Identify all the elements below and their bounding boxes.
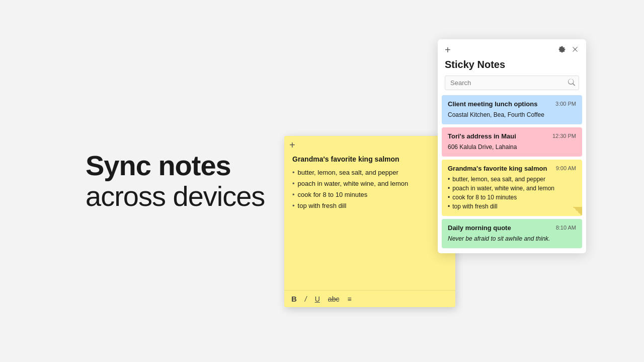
note-card-header: Client meeting lunch options3:00 PM: [448, 100, 576, 109]
list-item: poach in water, white wine, and lemon: [448, 184, 576, 193]
list-item: poach in water, white wine, and lemon: [292, 178, 447, 189]
list-button[interactable]: ≡: [347, 295, 351, 303]
note-card-header: Grandma's favorite king salmon9:00 AM: [448, 165, 576, 173]
sticky-note-toolbar: B / U abc ≡: [284, 290, 455, 307]
panel-add-button[interactable]: +: [445, 44, 451, 56]
underline-button[interactable]: U: [315, 295, 320, 303]
gear-icon: [558, 45, 566, 55]
note-card[interactable]: Tori's address in Maui12:30 PM606 Kalula…: [442, 127, 582, 157]
list-item: butter, lemon, sea salt, and pepper: [292, 167, 447, 178]
note-card-time: 9:00 AM: [556, 165, 576, 171]
note-card-title: Client meeting lunch options: [448, 100, 552, 109]
sticky-note-header: + ···: [284, 136, 455, 152]
hero-subtitle: across devices: [86, 181, 265, 212]
list-item: top with fresh dill: [448, 202, 576, 211]
note-card-time: 3:00 PM: [555, 101, 576, 107]
panel-header: +: [438, 39, 586, 59]
list-item: top with fresh dill: [292, 200, 447, 211]
close-button[interactable]: [571, 45, 579, 55]
close-icon: [571, 45, 579, 55]
sticky-notes-panel: + Sticky Notes: [438, 39, 586, 253]
sticky-note-add-button[interactable]: +: [289, 140, 295, 150]
note-card[interactable]: Client meeting lunch options3:00 PMCoast…: [442, 95, 582, 124]
panel-header-left: +: [445, 44, 451, 56]
sticky-note-list: butter, lemon, sea salt, and pepper poac…: [292, 167, 447, 211]
sticky-note-widget: + ··· Grandma's favorite king salmon but…: [284, 136, 455, 307]
note-card-body: Never be afraid to sit awhile and think.: [448, 234, 576, 243]
note-card-body: butter, lemon, sea salt, and pepperpoach…: [448, 175, 576, 211]
hero-title: Sync notes: [86, 150, 265, 181]
note-card-body: 606 Kalula Drive, Lahaina: [448, 142, 576, 152]
note-card-time: 12:30 PM: [552, 133, 576, 139]
settings-button[interactable]: [558, 45, 566, 55]
italic-button[interactable]: /: [305, 295, 307, 303]
note-card[interactable]: Grandma's favorite king salmon9:00 AMbut…: [442, 160, 582, 216]
search-container: [445, 76, 579, 90]
search-input[interactable]: [445, 76, 579, 90]
note-card-time: 8:10 AM: [556, 225, 576, 231]
note-card-title: Daily morning quote: [448, 224, 553, 233]
panel-header-right: [558, 45, 579, 55]
note-card-header: Daily morning quote8:10 AM: [448, 224, 576, 233]
list-item: cook for 8 to 10 minutes: [292, 189, 447, 200]
note-card-title: Grandma's favorite king salmon: [448, 165, 553, 173]
note-card-title: Tori's address in Maui: [448, 132, 549, 141]
strikethrough-button[interactable]: abc: [328, 295, 340, 303]
hero-section: Sync notes across devices: [86, 150, 265, 212]
note-card-header: Tori's address in Maui12:30 PM: [448, 132, 576, 141]
note-card[interactable]: Daily morning quote8:10 AMNever be afrai…: [442, 219, 582, 248]
bold-button[interactable]: B: [291, 295, 297, 303]
notes-list: Client meeting lunch options3:00 PMCoast…: [438, 95, 586, 253]
note-card-body: Coastal Kitchen, Bea, Fourth Coffee: [448, 110, 576, 119]
search-icon: [568, 79, 575, 87]
sticky-note-content: Grandma's favorite king salmon butter, l…: [284, 152, 455, 290]
list-item: butter, lemon, sea salt, and pepper: [448, 175, 576, 184]
sticky-note-title: Grandma's favorite king salmon: [292, 155, 447, 163]
panel-title: Sticky Notes: [438, 59, 586, 76]
list-item: cook for 8 to 10 minutes: [448, 193, 576, 202]
